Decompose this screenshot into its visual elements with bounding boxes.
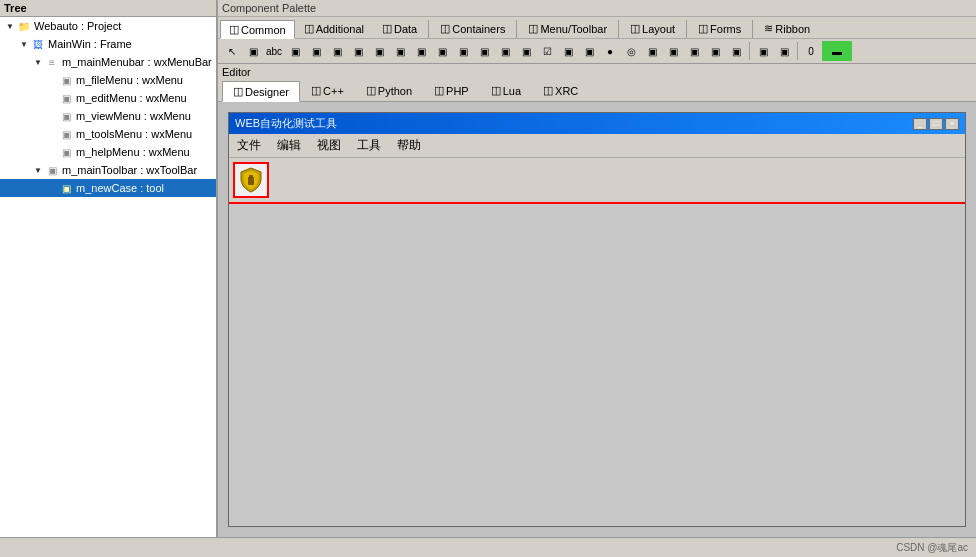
tab-layout[interactable]: ◫ Layout (621, 19, 684, 38)
expand-icon: ▼ (18, 38, 30, 50)
palette-btn-5[interactable]: ▣ (348, 41, 368, 61)
app-window-title: WEB自动化测试工具 (235, 116, 337, 131)
menu-icon: ▣ (58, 126, 74, 142)
close-button[interactable]: × (945, 118, 959, 130)
tree-item-toolsmenu[interactable]: ▣ m_toolsMenu : wxMenu (0, 125, 216, 143)
menubar-icon: ≡ (44, 54, 60, 70)
palette-btn-15[interactable]: ▣ (558, 41, 578, 61)
tree-item-editmenu[interactable]: ▣ m_editMenu : wxMenu (0, 89, 216, 107)
palette-btn-22[interactable]: ▣ (705, 41, 725, 61)
palette-btn-20[interactable]: ▣ (663, 41, 683, 61)
palette-btn-18[interactable]: ◎ (621, 41, 641, 61)
menu-icon: ▣ (58, 72, 74, 88)
palette-btn-abc[interactable]: abc (264, 41, 284, 61)
tree-item-newcase[interactable]: ▣ m_newCase : tool (0, 179, 216, 197)
menu-icon: ▣ (58, 90, 74, 106)
palette-btn-16[interactable]: ▣ (579, 41, 599, 61)
editor-label: Editor (218, 64, 976, 80)
tree-item-mainmenubar[interactable]: ▼ ≡ m_mainMenubar : wxMenuBar (0, 53, 216, 71)
menu-view[interactable]: 视图 (313, 136, 345, 155)
frame-icon: 🖼 (30, 36, 46, 52)
palette-btn-9[interactable]: ▣ (432, 41, 452, 61)
palette-btn-cursor[interactable]: ↖ (222, 41, 242, 61)
palette-btn-6[interactable]: ▣ (369, 41, 389, 61)
editor-section: Editor ◫ Designer ◫ C++ ◫ Python (218, 64, 976, 537)
tab-menutoolbar[interactable]: ◫ Menu/Toolbar (519, 19, 616, 38)
palette-btn-4[interactable]: ▣ (327, 41, 347, 61)
tab-lua[interactable]: ◫ Lua (480, 80, 532, 101)
tab-additional[interactable]: ◫ Additional (295, 19, 373, 38)
tree-item-mainwin[interactable]: ▼ 🖼 MainWin : Frame (0, 35, 216, 53)
tree-item-webauto[interactable]: ▼ 📁 Webauto : Project (0, 17, 216, 35)
tab-cpp[interactable]: ◫ C++ (300, 80, 355, 101)
forms-tab-icon: ◫ (698, 22, 708, 35)
palette-btn-13[interactable]: ▣ (516, 41, 536, 61)
tab-containers[interactable]: ◫ Containers (431, 19, 514, 38)
palette-btn-num[interactable]: 0 (801, 41, 821, 61)
tree-item-label: Webauto : Project (34, 20, 121, 32)
palette-btn-12[interactable]: ▣ (495, 41, 515, 61)
separator (428, 20, 429, 38)
tab-python[interactable]: ◫ Python (355, 80, 423, 101)
tree-header: Tree (0, 0, 216, 17)
palette-btn-battery[interactable]: ▬ (822, 41, 852, 61)
watermark-text: CSDN @魂尾ac (896, 541, 968, 555)
tree-item-filemenu[interactable]: ▣ m_fileMenu : wxMenu (0, 71, 216, 89)
menutoolbar-tab-icon: ◫ (528, 22, 538, 35)
expand-icon: ▼ (4, 20, 16, 32)
palette-btn-10[interactable]: ▣ (453, 41, 473, 61)
tree-item-label: m_viewMenu : wxMenu (76, 110, 191, 122)
palette-btn-2[interactable]: ▣ (285, 41, 305, 61)
tab-forms[interactable]: ◫ Forms (689, 19, 750, 38)
tab-data[interactable]: ◫ Data (373, 19, 426, 38)
separator (797, 42, 798, 60)
minimize-button[interactable]: _ (913, 118, 927, 130)
layout-tab-label: Layout (642, 23, 675, 35)
palette-btn-1[interactable]: ▣ (243, 41, 263, 61)
menu-icon: ▣ (58, 144, 74, 160)
tab-designer[interactable]: ◫ Designer (222, 81, 300, 102)
maximize-button[interactable]: □ (929, 118, 943, 130)
common-tab-icon: ◫ (229, 23, 239, 36)
tab-common[interactable]: ◫ Common (220, 20, 295, 39)
php-tab-icon: ◫ (434, 84, 444, 97)
palette-btn-23[interactable]: ▣ (726, 41, 746, 61)
toolbar-tool-newcase[interactable] (233, 162, 269, 198)
tree-item-label: m_newCase : tool (76, 182, 164, 194)
palette-btn-24[interactable]: ▣ (753, 41, 773, 61)
containers-tab-icon: ◫ (440, 22, 450, 35)
menutoolbar-tab-label: Menu/Toolbar (540, 23, 607, 35)
app-content (229, 204, 965, 526)
php-tab-label: PHP (446, 85, 469, 97)
python-tab-icon: ◫ (366, 84, 376, 97)
containers-tab-label: Containers (452, 23, 505, 35)
tree-item-maintoolbar[interactable]: ▼ ▣ m_mainToolbar : wxToolBar (0, 161, 216, 179)
palette-btn-25[interactable]: ▣ (774, 41, 794, 61)
palette-btn-3[interactable]: ▣ (306, 41, 326, 61)
tab-php[interactable]: ◫ PHP (423, 80, 480, 101)
palette-btn-19[interactable]: ▣ (642, 41, 662, 61)
menu-file[interactable]: 文件 (233, 136, 265, 155)
designer-area: WEB自动化测试工具 _ □ × 文件 编辑 视图 (218, 102, 976, 537)
menu-edit[interactable]: 编辑 (273, 136, 305, 155)
palette-btn-7[interactable]: ▣ (390, 41, 410, 61)
menu-help[interactable]: 帮助 (393, 136, 425, 155)
palette-btn-17[interactable]: ● (600, 41, 620, 61)
content-area: Tree ▼ 📁 Webauto : Project ▼ 🖼 MainWin :… (0, 0, 976, 537)
separator (686, 20, 687, 38)
palette-bar: Component Palette ◫ Common ◫ Additional … (218, 0, 976, 64)
menu-tools[interactable]: 工具 (353, 136, 385, 155)
ribbon-tab-icon: ≋ (764, 22, 773, 35)
tab-xrc[interactable]: ◫ XRC (532, 80, 589, 101)
tab-ribbon[interactable]: ≋ Ribbon (755, 19, 819, 38)
tree-item-helpmenu[interactable]: ▣ m_helpMenu : wxMenu (0, 143, 216, 161)
menu-icon: ▣ (58, 108, 74, 124)
tree-item-label: MainWin : Frame (48, 38, 132, 50)
palette-btn-21[interactable]: ▣ (684, 41, 704, 61)
palette-btn-8[interactable]: ▣ (411, 41, 431, 61)
palette-btn-11[interactable]: ▣ (474, 41, 494, 61)
expand-icon (46, 74, 58, 86)
app-window: WEB自动化测试工具 _ □ × 文件 编辑 视图 (228, 112, 966, 527)
palette-btn-14[interactable]: ☑ (537, 41, 557, 61)
tree-item-viewmenu[interactable]: ▣ m_viewMenu : wxMenu (0, 107, 216, 125)
